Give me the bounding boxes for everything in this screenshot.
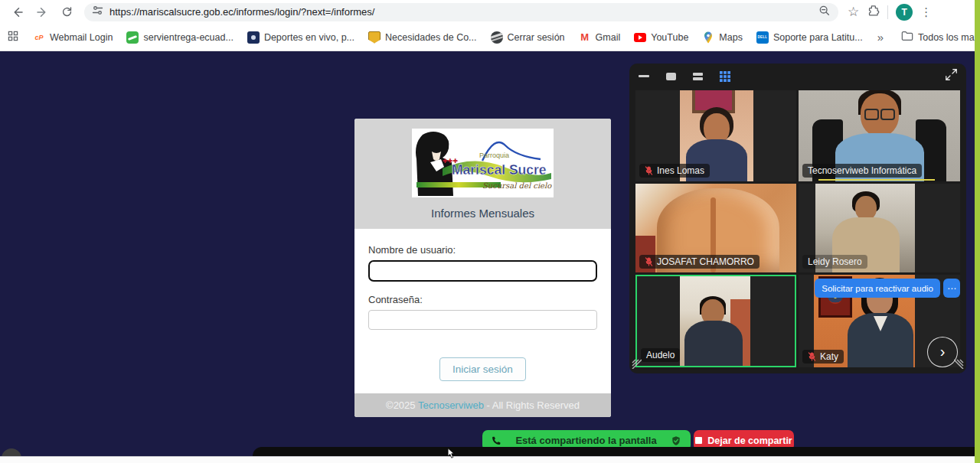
expand-icon[interactable] (946, 69, 957, 83)
login-button[interactable]: Iniciar sesión (439, 357, 526, 381)
video-tile-leidy[interactable]: Leidy Rosero (799, 184, 960, 272)
back-icon[interactable] (8, 2, 28, 22)
bookmark-dell-soporte[interactable]: DELLSoporte para Latitu... (751, 28, 868, 47)
meeting-panel: Ines Lomas Tecnoserviweb Informática JOS… (629, 64, 966, 373)
speaker-view-icon[interactable] (666, 73, 676, 80)
cpanel-icon: cP (33, 31, 45, 44)
audio-level-indicator (818, 179, 935, 181)
toolbar-separator (887, 5, 888, 19)
name-badge: Katy (802, 350, 844, 364)
bookmark-youtube[interactable]: YouTube (629, 29, 694, 46)
url-bar[interactable]: https://mariscalsucre.gob.ec/informes/lo… (84, 3, 838, 21)
bookmark-webmail[interactable]: cPWebmail Login (28, 28, 118, 47)
video-tile-josafat[interactable]: JOSAFAT CHAMORRO (635, 184, 796, 272)
glasses (864, 109, 895, 118)
sharing-status-text: Está compartiendo la pantalla (515, 435, 656, 446)
name-badge: JOSAFAT CHAMORRO (639, 255, 760, 269)
dell-icon: DELL (756, 31, 769, 44)
folder-icon (901, 31, 913, 44)
rights-text: - All Rights Reserved (484, 399, 580, 411)
username-label: Nombre de usuario: (368, 244, 597, 256)
resize-grip-left[interactable] (632, 358, 642, 372)
gallery-view-icon[interactable] (720, 71, 730, 82)
name-badge: Ines Lomas (639, 164, 710, 178)
bookmark-servientrega[interactable]: servientrega-ecuad... (121, 28, 238, 47)
next-page-button[interactable]: › (927, 337, 958, 367)
profile-avatar[interactable]: T (896, 4, 913, 21)
stop-icon (695, 437, 702, 444)
meeting-panel-header (629, 64, 966, 89)
minimize-view-icon[interactable] (639, 75, 649, 77)
participant-video (680, 276, 750, 366)
name-badge: Leidy Rosero (802, 255, 867, 269)
maps-pin-icon (702, 31, 714, 44)
bookmark-necesidades[interactable]: Necesidades de Co... (363, 28, 482, 47)
extensions-icon[interactable] (867, 4, 880, 20)
login-footer: ©2025 Tecnoserviweb - All Rights Reserve… (354, 393, 611, 417)
svg-text:Parroquia: Parroquia (479, 152, 509, 159)
login-title: Informes Mensuales (354, 207, 611, 220)
username-input[interactable] (368, 260, 597, 282)
reload-icon[interactable] (57, 2, 77, 22)
svg-text:Sucursal del cielo: Sucursal del cielo (482, 181, 552, 190)
video-tile-audelo-active-speaker[interactable]: Audelo (635, 275, 796, 367)
bookmark-star-icon[interactable]: ☆ (848, 4, 859, 20)
site-settings-icon[interactable] (92, 5, 103, 19)
bookmark-deportes[interactable]: Deportes en vivo, p... (242, 28, 360, 47)
bookmarks-overflow-chevron[interactable]: » (871, 29, 890, 45)
gmail-icon: M (579, 31, 591, 44)
mouse-cursor (447, 448, 455, 461)
login-form: Nombre de usuario: Contraseña: Iniciar s… (354, 229, 611, 393)
mic-muted-icon (808, 352, 816, 361)
youtube-icon (634, 33, 646, 42)
request-unmute-button[interactable]: Solicitar para reactivar audio (815, 279, 940, 298)
bookmark-maps[interactable]: Maps (697, 28, 748, 47)
name-badge: Tecnoserviweb Informática (802, 164, 922, 178)
bookmark-gmail[interactable]: MGmail (573, 28, 626, 47)
strip-view-icon[interactable] (693, 73, 703, 80)
deportes-icon (247, 31, 260, 44)
more-options-button[interactable]: ⋯ (943, 279, 960, 298)
resize-grip-right[interactable] (954, 358, 964, 372)
login-card-header: Parroquia ✚✚✚ Mariscal Sucre Sucursal de… (354, 119, 611, 229)
browser-toolbar: https://mariscalsucre.gob.ec/informes/lo… (0, 0, 980, 24)
zoom-out-icon[interactable] (818, 5, 831, 20)
copyright-text: ©2025 (386, 399, 418, 411)
password-label: Contraseña: (368, 294, 597, 305)
password-input[interactable] (368, 310, 597, 330)
url-text[interactable]: https://mariscalsucre.gob.ec/informes/lo… (109, 6, 812, 18)
servientrega-icon (126, 31, 139, 44)
all-bookmarks-button[interactable]: Todos los marcadores (896, 28, 980, 47)
bottom-window-strip (0, 456, 980, 463)
mic-muted-icon (645, 166, 653, 175)
video-tile-tecnoserviweb[interactable]: Tecnoserviweb Informática (799, 90, 960, 181)
phone-icon (492, 435, 501, 445)
page-background: Parroquia ✚✚✚ Mariscal Sucre Sucursal de… (0, 51, 980, 463)
bookmarks-bar: cPWebmail Login servientrega-ecuad... De… (0, 24, 980, 51)
name-badge: Audelo (641, 348, 680, 362)
apps-grid-icon[interactable] (8, 31, 18, 44)
globe-icon (491, 31, 503, 44)
forward-icon[interactable] (32, 2, 52, 22)
screen-share-border (975, 0, 980, 463)
video-tile-ines[interactable]: Ines Lomas (635, 90, 796, 181)
shield-check-icon (671, 435, 681, 446)
mic-muted-icon (645, 257, 653, 266)
crest-icon (368, 31, 381, 44)
tecnoserviweb-link[interactable]: Tecnoserviweb (418, 399, 484, 411)
bookmark-cerrar-sesion[interactable]: Cerrar sesión (485, 28, 570, 47)
login-card: Parroquia ✚✚✚ Mariscal Sucre Sucursal de… (354, 119, 611, 417)
chrome-menu-icon[interactable]: ⋮ (920, 6, 932, 18)
mariscal-sucre-logo: Parroquia ✚✚✚ Mariscal Sucre Sucursal de… (412, 129, 554, 197)
svg-text:Mariscal Sucre: Mariscal Sucre (452, 162, 547, 178)
